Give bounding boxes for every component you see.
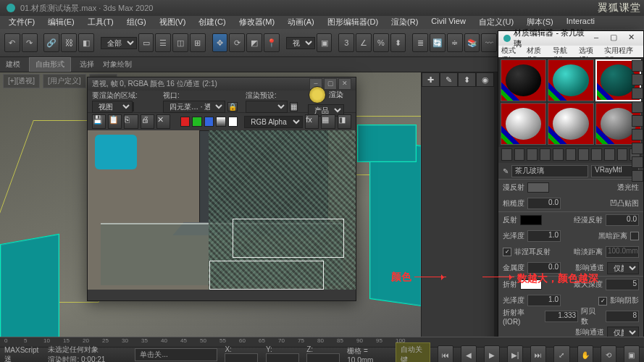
- rfw-lock-button[interactable]: 🔒: [227, 102, 238, 111]
- get-mat-icon[interactable]: [501, 148, 512, 161]
- playback-play-button[interactable]: ▶: [484, 345, 500, 362]
- ribbon-freeform[interactable]: 自由形式: [29, 57, 71, 72]
- backlight-icon[interactable]: [632, 74, 643, 85]
- vp-label-user[interactable]: [用户定义]: [43, 74, 86, 88]
- uv-tile-icon[interactable]: [632, 101, 643, 113]
- cp-create-tab[interactable]: ✚: [422, 72, 440, 87]
- rfw-viewport-select[interactable]: 四元菜… · 透视: [163, 101, 225, 113]
- rendered-frame-window[interactable]: 透视, 帧 0, RGBA 颜色 16 位/通道 (2:1) – ▢ ✕ 要渲染…: [87, 77, 356, 301]
- mirror-button[interactable]: 🔄: [430, 33, 446, 52]
- sample-type-icon[interactable]: [632, 60, 643, 72]
- affect-ch-select[interactable]: 仅颜色: [607, 262, 639, 274]
- put-lib-icon[interactable]: [578, 148, 589, 161]
- window-crossing-button[interactable]: ⊞: [190, 33, 206, 52]
- sample-slot[interactable]: [548, 103, 593, 145]
- rfw-blue-swatch[interactable]: [204, 117, 214, 127]
- reflect-gloss-spinner[interactable]: 1.0: [527, 230, 561, 242]
- maximize-vp-button[interactable]: ▣: [624, 345, 640, 362]
- refract-gloss-spinner[interactable]: 1.0: [527, 295, 561, 306]
- make-unique-icon[interactable]: [566, 148, 577, 161]
- redo-button[interactable]: ↷: [22, 33, 38, 52]
- pivot-button[interactable]: ▣: [317, 33, 333, 52]
- curve-editor-button[interactable]: 〰: [481, 33, 497, 52]
- me-max-button[interactable]: ▢: [606, 33, 622, 44]
- me-menu-mode[interactable]: 模式(D): [501, 46, 524, 57]
- rfw-alpha-swatch[interactable]: [228, 117, 238, 127]
- undo-button[interactable]: ↶: [4, 33, 20, 52]
- rfw-clear-button[interactable]: ✕: [156, 114, 170, 129]
- menu-modifiers[interactable]: 修改器(M): [235, 16, 280, 29]
- command-panel[interactable]: ✚ ✎ ⬍ ◉: [421, 72, 494, 352]
- me-menu-nav[interactable]: 导航(N): [553, 46, 575, 57]
- render-region-box[interactable]: [233, 219, 344, 258]
- affect-shadow-check[interactable]: [598, 297, 607, 306]
- rotate-button[interactable]: ⟳: [229, 33, 245, 52]
- make-copy-icon[interactable]: [553, 148, 564, 161]
- ior-spinner[interactable]: 1.333: [545, 311, 578, 322]
- via-diffuse-spinner[interactable]: 0.0: [606, 214, 639, 226]
- background-icon[interactable]: [632, 88, 643, 99]
- rfw-area-region-button[interactable]: [133, 102, 134, 111]
- select-by-icon[interactable]: [632, 156, 643, 168]
- rfw-copy-button[interactable]: 📋: [108, 114, 122, 129]
- menu-render[interactable]: 渲染(R): [387, 16, 422, 29]
- z-spinner[interactable]: [306, 353, 340, 363]
- material-name-field[interactable]: 茶几玻璃: [511, 165, 588, 177]
- me-close-button[interactable]: ✕: [623, 33, 639, 44]
- percent-snap-button[interactable]: %: [373, 33, 389, 52]
- rfw-channel-select[interactable]: RGB Alpha: [244, 116, 303, 128]
- me-menu-mat[interactable]: 材质(M): [527, 46, 550, 57]
- named-sel-button[interactable]: ≣: [412, 33, 428, 52]
- menu-file[interactable]: 文件(F): [4, 16, 39, 29]
- metal-spinner[interactable]: 0.0: [527, 262, 561, 274]
- menu-group[interactable]: 组(G): [122, 16, 151, 29]
- menu-tools[interactable]: 工具(T): [83, 16, 118, 29]
- bind-button[interactable]: ◧: [78, 33, 94, 52]
- rfw-render-button[interactable]: [309, 86, 326, 104]
- rfw-compare-button[interactable]: ◨: [338, 114, 351, 129]
- mat-id-icon[interactable]: [591, 148, 602, 161]
- mat-map-nav-icon[interactable]: [632, 170, 643, 182]
- rfw-mono-swatch[interactable]: [216, 117, 225, 127]
- rfw-preset-select[interactable]: [246, 101, 288, 113]
- select-button[interactable]: ▭: [138, 33, 154, 52]
- angle-snap-button[interactable]: ∠: [356, 33, 372, 52]
- playback-prev-button[interactable]: ◀: [461, 345, 477, 362]
- sample-slot[interactable]: [548, 59, 593, 101]
- autokey-button[interactable]: 自动关键: [396, 342, 430, 362]
- snap-3-button[interactable]: 3: [338, 33, 354, 52]
- zoom-ext-button[interactable]: ⤢: [553, 345, 569, 362]
- menu-anim[interactable]: 动画(A): [283, 16, 319, 29]
- reset-map-icon[interactable]: [540, 148, 551, 161]
- sample-slot[interactable]: [501, 59, 546, 101]
- select-name-button[interactable]: ☰: [155, 33, 171, 52]
- pan-button[interactable]: ✋: [577, 345, 593, 362]
- playback-next-button[interactable]: ▶|: [507, 345, 523, 362]
- roughness-spinner[interactable]: 0.0: [527, 198, 561, 209]
- menu-create[interactable]: 创建(C): [194, 16, 230, 29]
- menu-views[interactable]: 视图(V): [155, 16, 191, 29]
- assign-mat-icon[interactable]: [527, 148, 538, 161]
- menu-edit[interactable]: 编辑(E): [43, 16, 79, 29]
- put-mat-icon[interactable]: [514, 148, 525, 161]
- rfw-save-button[interactable]: 💾: [92, 114, 106, 129]
- options-icon[interactable]: [632, 143, 643, 154]
- align-button[interactable]: ≑: [447, 33, 463, 52]
- unlink-button[interactable]: ⛓: [61, 33, 77, 52]
- maxscript-label[interactable]: MAXScript 迷: [4, 346, 41, 363]
- abbe-spinner[interactable]: 8: [606, 311, 639, 322]
- spinner-snap-button[interactable]: ⬍: [390, 33, 406, 52]
- ribbon-select[interactable]: 选择: [80, 59, 94, 70]
- y-spinner[interactable]: [266, 353, 299, 363]
- place-button[interactable]: 📍: [264, 33, 280, 52]
- rfw-area-select[interactable]: 视图: [92, 101, 133, 113]
- x-spinner[interactable]: [225, 353, 258, 363]
- rfw-clone-button[interactable]: ⎘: [124, 114, 138, 129]
- go-parent-icon[interactable]: [617, 148, 628, 161]
- layers-button[interactable]: 📚: [464, 33, 480, 52]
- ribbon-model[interactable]: 建模: [6, 59, 20, 70]
- maxdepth-spinner[interactable]: 5: [606, 279, 639, 290]
- dimdist-check[interactable]: [630, 232, 639, 240]
- link-button[interactable]: 🔗: [43, 33, 59, 52]
- sample-slot[interactable]: [501, 103, 546, 145]
